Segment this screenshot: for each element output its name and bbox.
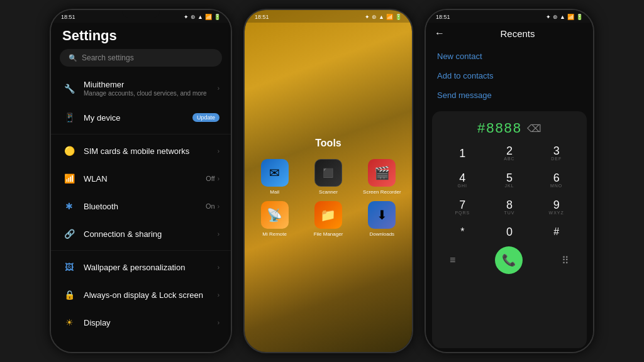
back-button[interactable]: ← <box>435 28 445 39</box>
status-bar-center: 18:51 ✦ ⊛ ▲ 📶 🔋 <box>245 10 412 23</box>
connection-right: › <box>218 231 219 238</box>
dialed-number: #8888 <box>477 120 522 136</box>
bluetooth-text: Bluetooth <box>84 202 198 211</box>
miremote-icon: 📡 <box>261 201 289 229</box>
wallpaper-icon: 🖼 <box>62 260 76 274</box>
status-icons: ✦ ⊛ ▲ 📶 🔋 <box>184 14 221 20</box>
files-icon: 📁 <box>314 201 342 229</box>
notch <box>122 10 160 18</box>
home-screen: 18:51 ✦ ⊛ ▲ 📶 🔋 Tools ✉ Mail ⬛ Scanner <box>245 10 412 352</box>
search-icon: 🔍 <box>69 54 77 62</box>
app-item-files[interactable]: 📁 File Manager <box>304 201 352 237</box>
mydevice-text: My device <box>84 113 185 123</box>
display-text: Display <box>84 318 210 327</box>
search-bar[interactable]: 🔍 Search settings <box>60 49 222 67</box>
settings-title: Settings <box>51 23 231 49</box>
display-icon: ☀ <box>62 315 76 329</box>
key-0[interactable]: 0 <box>487 221 533 243</box>
settings-item-wlan[interactable]: 📶 WLAN Off › <box>51 165 231 192</box>
settings-item-sim[interactable]: 🟡 SIM cards & mobile networks › <box>51 137 231 165</box>
send-message-option[interactable]: Send message <box>437 85 582 105</box>
mydevice-right: Update <box>192 113 219 122</box>
dialer-box: #8888 ⌫ 1 2 ABC 3 DEF 4 GHI <box>432 111 587 348</box>
sim-right: › <box>218 148 219 155</box>
backspace-button[interactable]: ⌫ <box>527 123 541 134</box>
lockscreen-right: › <box>218 292 219 299</box>
key-8[interactable]: 8 TUV <box>487 194 533 220</box>
key-hash[interactable]: # <box>533 221 579 243</box>
app-item-downloads[interactable]: ⬇ Downloads <box>358 201 406 237</box>
scanner-label: Scanner <box>319 189 338 195</box>
key-7[interactable]: 7 PQRS <box>440 194 486 220</box>
app-item-mail[interactable]: ✉ Mail <box>251 159 298 195</box>
sim-icon: 🟡 <box>62 144 76 158</box>
app-grid: ✉ Mail ⬛ Scanner 🎬 Screen Recorder 📡 Mi … <box>251 159 406 237</box>
divider-1 <box>51 134 231 134</box>
status-icons-right: ✦ ⊛ ▲ 📶 🔋 <box>546 14 583 20</box>
search-placeholder: Search settings <box>82 53 134 62</box>
status-bar-right: 18:51 ✦ ⊛ ▲ 📶 🔋 <box>426 10 593 23</box>
settings-item-lockscreen[interactable]: 🔒 Always-on display & Lock screen › <box>51 281 231 309</box>
mail-label: Mail <box>270 189 279 195</box>
display-right: › <box>218 319 219 326</box>
miuithemer-icon: 🔧 <box>62 82 76 96</box>
dialer-phone: 18:51 ✦ ⊛ ▲ 📶 🔋 ← Recents New contact Ad… <box>425 9 594 353</box>
recorder-icon: 🎬 <box>368 159 396 187</box>
key-4[interactable]: 4 GHI <box>440 167 486 193</box>
app-item-recorder[interactable]: 🎬 Screen Recorder <box>358 159 406 195</box>
folder-title: Tools <box>315 138 341 149</box>
status-time-right: 18:51 <box>436 14 450 20</box>
settings-phone: 18:51 ✦ ⊛ ▲ 📶 🔋 Settings 🔍 Search settin… <box>50 9 232 353</box>
home-phone: 18:51 ✦ ⊛ ▲ 📶 🔋 Tools ✉ Mail ⬛ Scanner <box>243 9 413 353</box>
settings-item-display[interactable]: ☀ Display › <box>51 309 231 336</box>
settings-item-wallpaper[interactable]: 🖼 Wallpaper & personalization › <box>51 253 231 281</box>
key-6[interactable]: 6 MNO <box>533 167 579 193</box>
call-icon: 📞 <box>502 253 516 267</box>
key-9[interactable]: 9 WXYZ <box>533 194 579 220</box>
status-time: 18:51 <box>61 14 75 20</box>
mail-icon: ✉ <box>261 159 289 187</box>
key-2[interactable]: 2 ABC <box>487 140 533 166</box>
call-button[interactable]: 📞 <box>495 246 523 274</box>
key-5[interactable]: 5 JKL <box>487 167 533 193</box>
bluetooth-icon: ✱ <box>62 199 76 213</box>
settings-item-connection[interactable]: 🔗 Connection & sharing › <box>51 220 231 248</box>
recents-title: Recents <box>451 28 584 39</box>
downloads-label: Downloads <box>370 231 395 237</box>
dialer-display: #8888 ⌫ <box>437 116 582 140</box>
dialer-bottom: ≡ 📞 ⠿ <box>437 243 582 278</box>
dialer-header: ← Recents <box>426 23 593 44</box>
menu-icon[interactable]: ≡ <box>450 255 455 266</box>
settings-screen: 18:51 ✦ ⊛ ▲ 📶 🔋 Settings 🔍 Search settin… <box>51 10 231 352</box>
lockscreen-text: Always-on display & Lock screen <box>84 290 210 300</box>
files-label: File Manager <box>314 231 343 237</box>
divider-2 <box>51 250 231 251</box>
settings-item-mydevice[interactable]: 📱 My device Update <box>51 104 231 131</box>
status-time-center: 18:51 <box>255 14 269 20</box>
connection-text: Connection & sharing <box>84 229 210 239</box>
dialer-screen: 18:51 ✦ ⊛ ▲ 📶 🔋 ← Recents New contact Ad… <box>426 10 593 352</box>
key-3[interactable]: 3 DEF <box>533 140 579 166</box>
wlan-right: Off › <box>206 175 219 182</box>
recorder-label: Screen Recorder <box>363 189 401 195</box>
keypad: 1 2 ABC 3 DEF 4 GHI 5 JKL <box>437 140 582 243</box>
new-contact-option[interactable]: New contact <box>437 47 582 66</box>
connection-icon: 🔗 <box>62 227 76 241</box>
settings-item-bluetooth[interactable]: ✱ Bluetooth On › <box>51 192 231 220</box>
miuithemer-right: › <box>218 85 219 92</box>
wlan-text: WLAN <box>84 174 198 184</box>
folder-area: Tools ✉ Mail ⬛ Scanner 🎬 Screen Recorder… <box>245 23 412 352</box>
key-star[interactable]: * <box>440 221 486 243</box>
miremote-label: Mi Remote <box>262 231 287 237</box>
miuithemer-text: Miuithemer Manage accounts, cloud servic… <box>84 80 210 97</box>
key-1[interactable]: 1 <box>440 140 486 166</box>
lock-icon: 🔒 <box>62 288 76 302</box>
dialpad-icon[interactable]: ⠿ <box>562 255 569 266</box>
settings-item-miuithemer[interactable]: 🔧 Miuithemer Manage accounts, cloud serv… <box>51 73 231 104</box>
wallpaper-text: Wallpaper & personalization <box>84 263 210 272</box>
add-to-contacts-option[interactable]: Add to contacts <box>437 66 582 85</box>
sim-text: SIM cards & mobile networks <box>84 146 210 156</box>
app-item-miremote[interactable]: 📡 Mi Remote <box>251 201 298 237</box>
status-icons-center: ✦ ⊛ ▲ 📶 🔋 <box>365 14 402 20</box>
app-item-scanner[interactable]: ⬛ Scanner <box>304 159 352 195</box>
